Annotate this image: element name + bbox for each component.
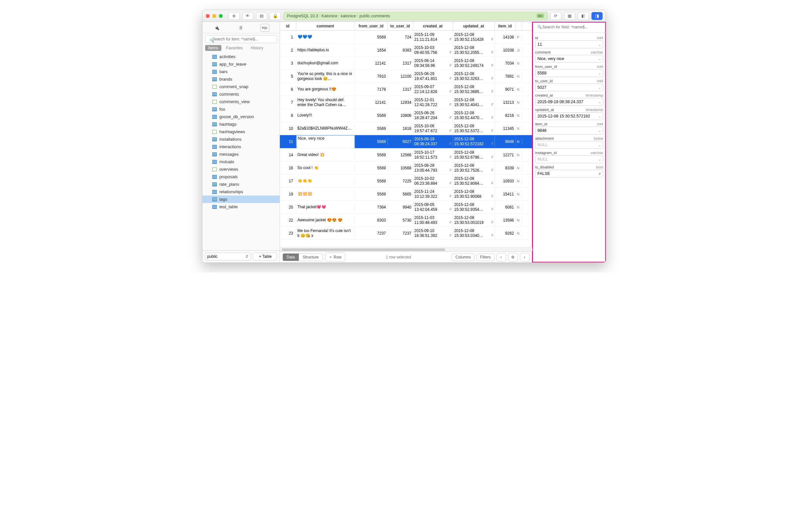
cell[interactable]: 2015-12-08 15:30:53.0340… (453, 227, 495, 240)
grid-icon[interactable]: ▦ (564, 12, 575, 20)
cell[interactable]: 15411 (495, 190, 516, 198)
cell[interactable]: 2015-08-26 18:28:47.204 (413, 109, 453, 122)
gear-icon[interactable]: ⚙ (508, 253, 518, 262)
cell[interactable]: P (516, 34, 522, 41)
field-value[interactable]: 9848⌄ (535, 127, 603, 134)
cell[interactable]: N (516, 60, 522, 67)
sidebar-item-foo[interactable]: foo (202, 106, 279, 113)
cell[interactable]: 7034 (495, 59, 516, 67)
plug-icon[interactable]: 🔌 (212, 24, 221, 32)
cell[interactable]: 2015-09-10 16:36:51.392 (413, 227, 453, 240)
cell[interactable]: Awesome jacket 😍😍 😍 (296, 216, 355, 224)
chevron-down-icon[interactable]: ⌄ (598, 100, 601, 104)
table-row[interactable]: 16So cool ! 👏5569105682015-08-28 13:05:4… (280, 162, 532, 175)
chevron-down-icon[interactable]: ⌄ (598, 43, 601, 46)
sidebar-item-rate_plans[interactable]: rate_plans (202, 180, 279, 188)
cell[interactable]: 2015-11-09 21:11:21.614 (413, 31, 453, 43)
table-row[interactable]: 2https://tableplus.io165483832015-10-03 … (280, 44, 532, 57)
sidebar-item-brands[interactable]: brands (202, 75, 279, 83)
col-from[interactable]: from_user_id (355, 22, 388, 30)
cell[interactable]: 2015-12-08 15:30:52.3263… (453, 70, 495, 82)
sidebar-item-messages[interactable]: messages (202, 150, 279, 158)
cell[interactable]: 3 (280, 59, 296, 67)
cell[interactable]: N (516, 73, 522, 80)
cell[interactable]: 5569 (355, 164, 388, 172)
sidebar-search-input[interactable] (205, 35, 277, 43)
chevron-down-icon[interactable]: ⌄ (598, 86, 601, 90)
chevron-down-icon[interactable]: ⌄ (598, 158, 601, 161)
sidebar-item-activities[interactable]: activities (202, 53, 279, 60)
cell[interactable]: 💥💥💥 (296, 190, 355, 198)
cell[interactable]: 2015-12-08 15:30:52.9354… (453, 201, 495, 213)
cell[interactable]: 2015-12-08 15:30:52.151428 (453, 31, 495, 43)
cell[interactable]: 6 (280, 86, 296, 93)
cell[interactable]: 2015-08-14 09:34:56.96 (413, 57, 453, 70)
col-item[interactable]: item_id (495, 22, 516, 30)
location-bar[interactable]: PostgreSQL 10.3 : Katonice : katonice : … (283, 12, 548, 20)
eye-icon[interactable]: 👁 (242, 12, 254, 20)
tab-history[interactable]: History (247, 45, 267, 51)
table-row[interactable]: 11Nice, very nice556950272015-09-19 08:3… (280, 135, 532, 149)
cell[interactable]: Hey lovely! You should def. enter the Ch… (296, 96, 355, 109)
chevron-down-icon[interactable]: ⌄ (598, 72, 601, 75)
field-value[interactable]: Nice, very nice⌄ (535, 55, 603, 63)
cell[interactable]: Great video! 💥 (296, 151, 355, 159)
field-value[interactable]: 2015-12-08 15:30:52.572182⌄ (535, 112, 603, 120)
sidebar-item-hashtagviews[interactable]: hashtagviews (202, 128, 279, 135)
cell[interactable]: You're so pretty, this is a nice ni gorg… (296, 70, 355, 82)
cell[interactable]: So cool ! 👏 (296, 164, 355, 172)
cell[interactable]: 12271 (495, 151, 516, 159)
sidebar-item-installations[interactable]: installations (202, 135, 279, 143)
cell[interactable]: That jacket💗💗 (296, 203, 355, 211)
table-row[interactable]: 10$2a$10$HZLN88PNuWWi4ZuS91lb8dR98ljt0kb… (280, 122, 532, 135)
field-value[interactable]: FALSE⇵ (535, 170, 603, 177)
cell[interactable]: 1317 (388, 86, 413, 93)
field-value[interactable]: 5569⌄ (535, 69, 603, 77)
cell[interactable]: 2015-11-03 11:00:48.493 (413, 214, 453, 227)
tab-items[interactable]: Items (205, 45, 222, 51)
cell[interactable]: 2015-12-08 15:30:52.8064… (453, 175, 495, 187)
data-tab[interactable]: Data (283, 253, 299, 261)
cell[interactable]: 9848 (495, 138, 516, 146)
table-row[interactable]: 1💙💙💙55697242015-11-09 21:11:21.6142015-1… (280, 31, 532, 44)
cell[interactable]: 10338 (495, 46, 516, 54)
sidebar-right-toggle[interactable]: ◨ (591, 12, 603, 20)
cell[interactable]: 1317 (388, 59, 413, 67)
cell[interactable]: 2015-08-28 13:05:44.793 (413, 162, 453, 174)
cell[interactable]: 12934 (388, 99, 413, 107)
reload-icon[interactable]: ⟳ (550, 12, 562, 20)
cell[interactable]: 7237 (355, 229, 388, 237)
cell[interactable]: 14 (280, 151, 296, 159)
cell[interactable]: 2 (280, 46, 296, 54)
cell[interactable]: 12141 (355, 59, 388, 67)
cell[interactable]: Me too Fernanda! It's cute isn't it 😊😘 x (296, 227, 355, 240)
cell[interactable]: 5665 (388, 190, 413, 198)
cell[interactable]: N (516, 217, 522, 224)
cell[interactable]: N (516, 230, 522, 237)
cell[interactable]: 1618 (388, 125, 413, 133)
col-to[interactable]: to_user_id (388, 22, 413, 30)
sidebar-item-proposals[interactable]: proposals (202, 173, 279, 180)
cell[interactable]: 7237 (388, 229, 413, 237)
field-value[interactable]: NULL⌄ (535, 155, 603, 163)
cell[interactable]: 5569 (355, 151, 388, 159)
cell[interactable]: 2015-11-24 10:12:39.322 (413, 188, 453, 201)
cell[interactable]: 13213 (495, 99, 516, 107)
cell[interactable]: 16 (280, 164, 296, 172)
cell[interactable]: JI (516, 47, 522, 54)
cell[interactable]: 2015-12-01 12:41:28.722 (413, 96, 453, 109)
cell[interactable]: 10806 (388, 112, 413, 119)
sidebar-item-list[interactable]: activitiesapp_for_leavebarsbrandscomment… (202, 53, 279, 250)
sidebar-item-tags[interactable]: tags (202, 195, 279, 203)
chevron-down-icon[interactable]: ⌄ (598, 115, 601, 118)
cell[interactable]: 8339 (495, 164, 516, 172)
chevron-down-icon[interactable]: ⌄ (598, 57, 601, 61)
cell[interactable]: 7 (280, 99, 296, 107)
sidebar-item-overviews[interactable]: overviews (202, 166, 279, 173)
lock-icon[interactable]: 🔒 (270, 12, 281, 20)
cell[interactable]: 7225 (388, 177, 413, 185)
cell[interactable]: 8303 (355, 216, 388, 224)
chevron-down-icon[interactable]: ⌄ (598, 143, 601, 147)
cell[interactable]: 1 (280, 33, 296, 41)
cell[interactable]: 5569 (355, 177, 388, 185)
